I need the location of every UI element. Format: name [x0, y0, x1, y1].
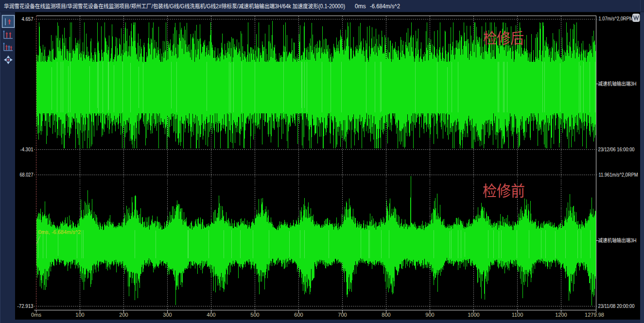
svg-text:0ms: 0ms	[355, 1, 366, 10]
svg-text:900: 900	[425, 310, 434, 318]
svg-text:23/11/08 20:00:00: 23/11/08 20:00:00	[598, 302, 635, 309]
svg-text:1279.98: 1279.98	[585, 310, 604, 318]
svg-text:0ms: 0ms	[31, 310, 41, 318]
svg-text:1000: 1000	[468, 310, 479, 318]
svg-text:700: 700	[338, 310, 347, 318]
svg-text:1.07m/s^2,0RPM: 1.07m/s^2,0RPM	[599, 14, 633, 22]
svg-text:0ms, -6.684m/s^2: 0ms, -6.684m/s^2	[38, 228, 81, 235]
svg-text:1100: 1100	[512, 310, 523, 318]
svg-text:400: 400	[207, 310, 215, 318]
svg-text:68.027: 68.027	[20, 170, 34, 178]
svg-text:减速机轴输出端3H: 减速机轴输出端3H	[598, 236, 637, 244]
svg-text:-6.684m/s^2: -6.684m/s^2	[370, 1, 400, 10]
svg-text:500: 500	[250, 310, 259, 318]
svg-text:100: 100	[75, 310, 84, 318]
svg-text:4.657: 4.657	[22, 15, 34, 22]
svg-text:检修后: 检修后	[483, 26, 524, 48]
svg-text:11.961m/s^2,0RPM: 11.961m/s^2,0RPM	[599, 170, 638, 178]
svg-text:300: 300	[163, 310, 172, 318]
svg-text:600: 600	[294, 310, 303, 318]
svg-text:800: 800	[382, 310, 390, 318]
svg-text:-4.301: -4.301	[20, 145, 34, 153]
svg-text:200: 200	[119, 310, 128, 318]
svg-text:1200: 1200	[555, 310, 567, 318]
svg-text:23/12/06 16:00:00: 23/12/06 16:00:00	[598, 145, 635, 153]
svg-text:减速机轴输出端3H: 减速机轴输出端3H	[598, 79, 637, 87]
svg-text:-72.913: -72.913	[17, 302, 34, 309]
svg-text:华润雪花设备在线监测项目/华润雪花设备在线监测项目/郑州工厂: 华润雪花设备在线监测项目/华润雪花设备在线监测项目/郑州工厂/包装线/G线/G线…	[4, 1, 345, 10]
svg-text:检修前: 检修前	[483, 179, 525, 201]
